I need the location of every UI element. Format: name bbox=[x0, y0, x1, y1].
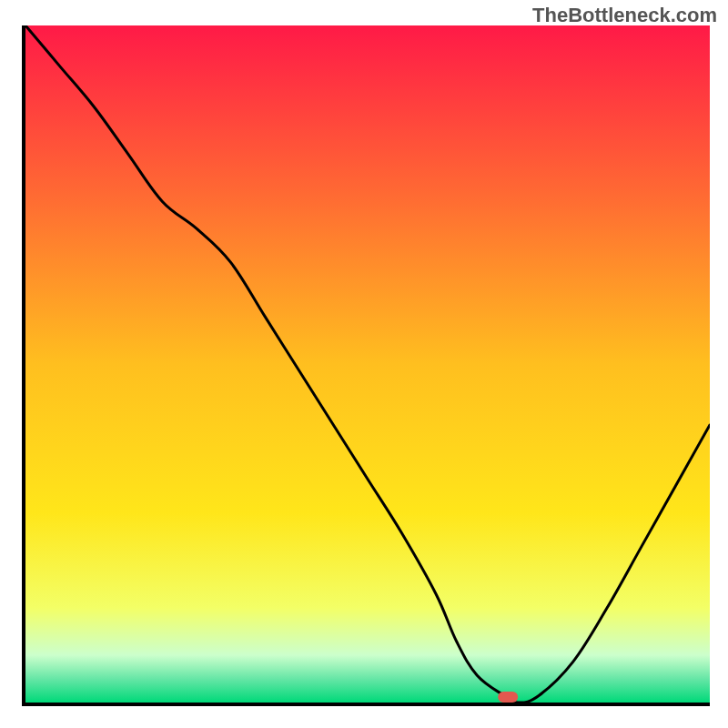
optimal-point-marker bbox=[498, 692, 518, 703]
chart-svg bbox=[22, 25, 710, 706]
chart-container: TheBottleneck.com bbox=[0, 0, 728, 728]
y-axis-line bbox=[22, 25, 25, 706]
plot-area bbox=[22, 25, 710, 706]
gradient-background bbox=[25, 25, 710, 703]
x-axis-line bbox=[22, 703, 710, 706]
watermark-text: TheBottleneck.com bbox=[532, 4, 717, 27]
